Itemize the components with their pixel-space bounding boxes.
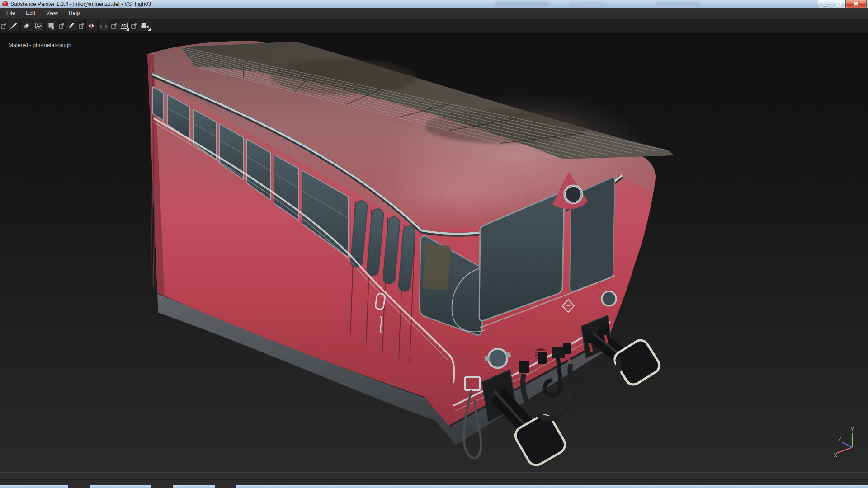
- titlebar[interactable]: Substance Painter 1.3.4 - [info@influenz…: [0, 0, 868, 8]
- uv-view-button[interactable]: x x: [98, 20, 110, 32]
- menubar: File Edit View Help: [0, 8, 868, 19]
- material-label: Material - pbr-metal-rough: [9, 42, 71, 48]
- dropdown-corner-icon: [148, 28, 151, 31]
- render-camera-button[interactable]: [138, 20, 151, 32]
- dropdown-corner-icon: [126, 28, 129, 31]
- detach-icon: [59, 23, 65, 29]
- menu-view[interactable]: View: [42, 9, 62, 18]
- restore-icon: [836, 2, 841, 6]
- smudge-pen-tool[interactable]: [66, 20, 77, 32]
- detach-panel-button[interactable]: [0, 20, 7, 31]
- windows-taskbar-sliver: [0, 485, 868, 488]
- paint-brush-icon: [9, 22, 18, 30]
- menu-edit[interactable]: Edit: [21, 9, 40, 18]
- window-title: Substance Painter 1.3.4 - [info@influenz…: [10, 1, 151, 7]
- detach-panel-button[interactable]: [131, 20, 137, 31]
- detach-icon: [79, 23, 85, 29]
- app-window: Substance Painter 1.3.4 - [info@influenz…: [0, 0, 868, 488]
- axis-x-label: X: [834, 452, 837, 458]
- detach-panel-button[interactable]: [111, 20, 117, 31]
- projection-tool[interactable]: [33, 20, 45, 32]
- detach-icon: [1, 23, 7, 29]
- titlebar-glass-smudge: [656, 1, 701, 6]
- menu-help[interactable]: Help: [64, 9, 85, 18]
- eraser-tool[interactable]: [20, 20, 32, 32]
- axis-z-line: [842, 442, 852, 447]
- eraser-icon: [22, 22, 30, 30]
- 3d-view-button[interactable]: 3D: [118, 20, 130, 32]
- axis-gizmo: X Y Z: [833, 426, 864, 458]
- substance-painter-logo-icon: [2, 1, 8, 7]
- titlebar-glass-smudge: [495, 1, 549, 6]
- taskbar-button[interactable]: [151, 485, 173, 488]
- paint-brush-tool[interactable]: [8, 20, 19, 32]
- minimize-icon: [823, 5, 827, 6]
- front-porthole-right: [602, 291, 616, 306]
- axis-x-line: [836, 447, 852, 453]
- taskbar-button[interactable]: [215, 485, 236, 488]
- detach-panel-button[interactable]: [78, 20, 85, 31]
- axis-z-label: Z: [838, 436, 841, 442]
- bottom-shelf-bar: [0, 472, 868, 485]
- menu-file[interactable]: File: [2, 9, 19, 18]
- toolbar: x x 3D: [0, 19, 868, 33]
- symmetry-tool[interactable]: [85, 20, 97, 32]
- titlebar-glass-smudge: [570, 1, 606, 6]
- detach-icon: [131, 23, 137, 29]
- detach-panel-button[interactable]: [58, 20, 65, 31]
- polygon-fill-icon: [47, 22, 56, 30]
- polygon-fill-tool[interactable]: [46, 20, 57, 32]
- projection-image-icon: [35, 22, 43, 30]
- railbus-3d-model: [0, 33, 868, 472]
- show-desktop-divider[interactable]: [854, 485, 854, 488]
- detach-icon: [111, 23, 117, 29]
- smudge-pen-icon: [67, 22, 75, 30]
- uv-view-label: x x: [100, 23, 108, 28]
- taskbar-button[interactable]: [68, 485, 90, 488]
- symmetry-mirror-icon: [87, 22, 95, 30]
- cab-sun-visor: [423, 244, 451, 290]
- axis-y-label: Y: [850, 426, 854, 432]
- viewport-3d[interactable]: Material - pbr-metal-rough X Y Z: [0, 33, 868, 472]
